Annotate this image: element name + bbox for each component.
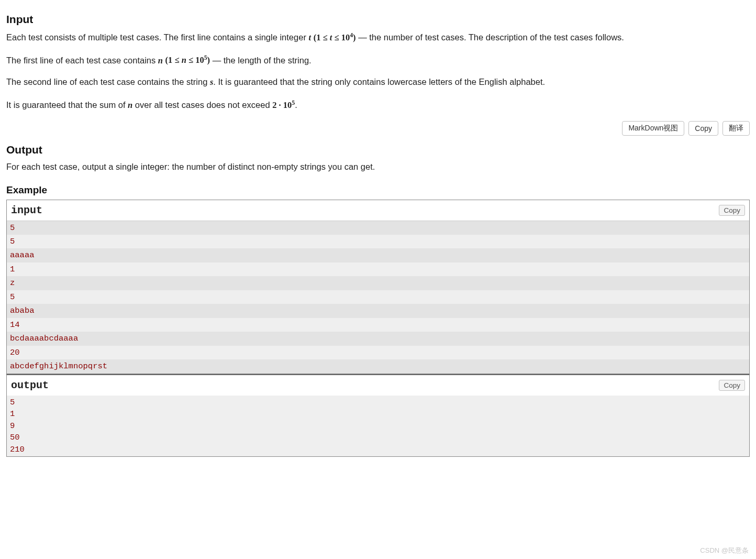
copy-input-button[interactable]: Copy	[719, 205, 745, 216]
text: ≤ 10	[332, 32, 350, 42]
example-heading: Example	[6, 183, 750, 198]
var-t: t	[308, 32, 311, 42]
text: — the number of test cases. The descript…	[356, 32, 624, 42]
io-input-line: bcdaaaabcdaaaa	[7, 332, 749, 345]
example-input-label: input	[11, 203, 42, 218]
output-heading: Output	[6, 142, 750, 158]
input-paragraph-3: The second line of each test case contai…	[6, 76, 750, 89]
n-range: (1 ≤ n ≤ 105)	[165, 55, 210, 65]
text: (1 ≤	[165, 55, 182, 65]
text: The first line of each test case contain…	[6, 55, 158, 64]
text: ≤ 10	[186, 55, 204, 65]
translate-button[interactable]: 翻译	[722, 121, 750, 136]
var-n: n	[158, 55, 163, 65]
text: . It is guaranteed that the string only …	[213, 77, 545, 86]
input-heading: Input	[6, 12, 750, 27]
example-output-box: output Copy 5 1 9 50 210	[6, 374, 750, 457]
io-input-line: 14	[7, 318, 749, 332]
io-input-line: aaaaa	[7, 248, 749, 262]
limit: 2 · 105	[272, 100, 295, 110]
io-input-line: abcdefghijklmnopqrst	[7, 359, 749, 373]
example-output-label: output	[11, 378, 49, 393]
example-input-box: input Copy 55aaaaa1z5ababa14bcdaaaabcdaa…	[6, 200, 750, 374]
output-paragraph: For each test case, output a single inte…	[6, 161, 750, 173]
text: over all test cases does not exceed	[132, 100, 272, 109]
example-input-header: input Copy	[7, 200, 749, 221]
action-button-row: MarkDown视图 Copy 翻译	[6, 121, 750, 136]
var-n: n	[182, 55, 186, 65]
text: It is guaranteed that the sum of	[6, 100, 128, 109]
example-output-lines: 5 1 9 50 210	[7, 396, 749, 456]
io-input-line: ababa	[7, 304, 749, 317]
io-input-line: 5	[7, 235, 749, 248]
io-input-line: 5	[7, 290, 749, 304]
copy-output-button[interactable]: Copy	[719, 380, 745, 391]
copy-button[interactable]: Copy	[688, 121, 718, 136]
example-output-header: output Copy	[7, 375, 749, 396]
text: Each test consists of multiple test case…	[6, 32, 308, 42]
t-range: (1 ≤ t ≤ 104)	[314, 32, 356, 42]
text: — the length of the string.	[210, 55, 312, 64]
io-input-line: 5	[7, 221, 749, 235]
io-input-line: 1	[7, 262, 749, 276]
text: The second line of each test case contai…	[6, 77, 210, 86]
markdown-view-button[interactable]: MarkDown视图	[622, 121, 684, 136]
io-input-line: z	[7, 276, 749, 290]
var-n: n	[128, 100, 132, 110]
input-paragraph-2: The first line of each test case contain…	[6, 53, 750, 67]
example-input-lines: 55aaaaa1z5ababa14bcdaaaabcdaaaa20abcdefg…	[7, 221, 749, 374]
text: (1 ≤	[314, 32, 330, 42]
text: 2 · 10	[272, 100, 292, 110]
io-input-line: 20	[7, 346, 749, 359]
input-paragraph-1: Each test consists of multiple test case…	[6, 30, 750, 43]
input-paragraph-4: It is guaranteed that the sum of n over …	[6, 98, 750, 111]
text: .	[295, 100, 297, 109]
